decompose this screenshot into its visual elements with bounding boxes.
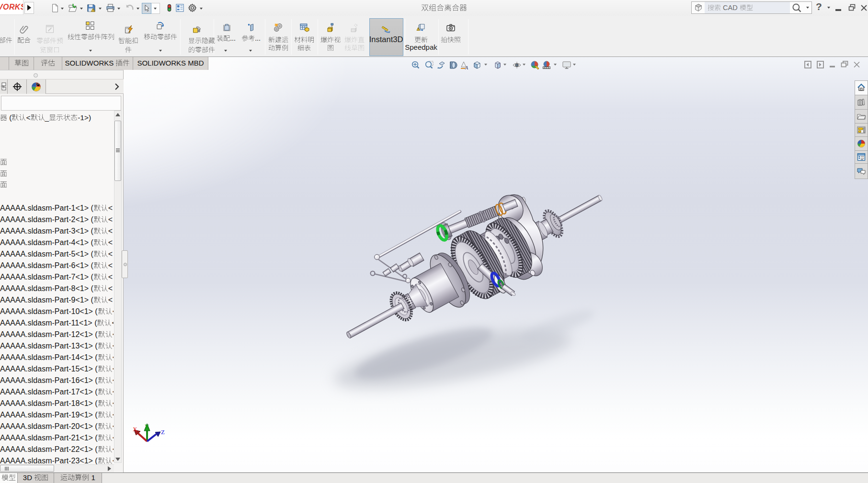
svg-text:Y: Y [145,423,149,430]
svg-text:A: A [465,65,468,70]
svg-text:Z: Z [161,428,165,436]
svg-text:X: X [133,426,137,433]
